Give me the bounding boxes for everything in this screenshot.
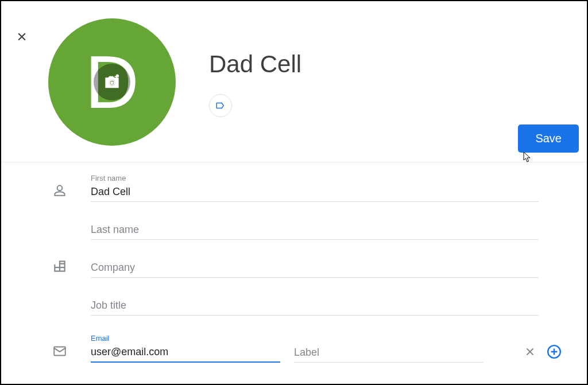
job-title-input[interactable] (91, 297, 539, 316)
avatar-container: D (48, 18, 176, 146)
contact-name: Dad Cell (209, 50, 301, 78)
plus-circle-icon (547, 344, 562, 359)
clear-email-button[interactable] (524, 345, 536, 358)
email-input[interactable] (91, 344, 280, 363)
company-icon (52, 258, 68, 274)
contact-header: D Dad Cell Save (1, 1, 587, 162)
form-section: First name (1, 162, 587, 363)
email-row: Email (52, 334, 575, 363)
email-field-container: Email (91, 334, 280, 363)
email-actions (524, 344, 562, 359)
first-name-label: First name (91, 174, 539, 182)
first-name-field-container: First name (91, 174, 539, 202)
company-input[interactable] (91, 259, 539, 278)
close-icon (524, 345, 536, 358)
first-name-input[interactable] (91, 184, 539, 202)
last-name-field-container (91, 221, 539, 240)
add-label-button[interactable] (209, 94, 232, 117)
title-section: Dad Cell (209, 18, 301, 117)
company-field-container (91, 259, 539, 278)
last-name-row (52, 220, 575, 240)
email-label-field-container (294, 344, 483, 363)
email-label: Email (91, 334, 280, 343)
email-label-input[interactable] (294, 344, 483, 363)
email-icon (52, 343, 68, 359)
person-icon (52, 182, 68, 199)
camera-add-icon (103, 73, 121, 91)
name-row: First name (52, 174, 575, 202)
add-email-button[interactable] (547, 344, 562, 359)
company-row (52, 258, 575, 278)
job-title-field-container (91, 297, 539, 316)
job-title-row (52, 296, 575, 316)
last-name-input[interactable] (91, 221, 539, 240)
label-icon (215, 100, 226, 111)
save-button[interactable]: Save (518, 125, 579, 153)
change-photo-button[interactable] (94, 64, 130, 100)
